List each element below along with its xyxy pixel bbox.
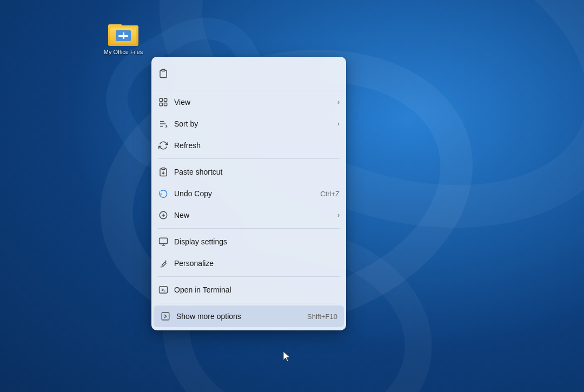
show-more-icon [160,311,171,322]
svg-rect-0 [162,69,165,71]
mouse-cursor [282,350,291,362]
menu-label-personalize: Personalize [174,259,340,268]
menu-label-display-settings: Display settings [174,237,340,246]
menu-label-sort-by: Sort by [174,119,332,128]
menu-item-open-terminal[interactable]: Open in Terminal [151,279,346,301]
menu-item-display-settings[interactable]: Display settings [151,231,346,253]
menu-label-new: New [174,211,332,220]
paste-shortcut-icon [158,167,169,177]
display-settings-icon [158,236,169,247]
svg-rect-8 [162,168,165,170]
undo-shortcut: Ctrl+Z [320,190,340,198]
personalize-icon [158,258,169,269]
menu-label-undo-copy: Undo Copy [174,189,315,198]
menu-item-show-more-options[interactable]: Show more options Shift+F10 [154,305,344,327]
undo-icon [158,188,169,199]
context-menu: View › Sort by › Refresh [151,57,346,330]
sort-icon [158,118,169,129]
menu-item-new[interactable]: New › [151,204,346,226]
new-arrow-icon: › [337,211,340,219]
svg-rect-3 [160,103,162,106]
menu-item-paste-shortcut[interactable]: Paste shortcut [151,161,346,183]
menu-item-sort-by[interactable]: Sort by › [151,113,346,135]
menu-label-paste-shortcut: Paste shortcut [174,168,340,176]
new-icon [158,210,169,221]
paste-icon [158,68,169,79]
divider-4 [158,303,340,303]
menu-label-open-terminal: Open in Terminal [174,285,340,294]
svg-rect-18 [162,313,169,320]
menu-item-undo-copy[interactable]: Undo Copy Ctrl+Z [151,183,346,204]
icon-label: My Office Files [104,48,143,56]
divider-3 [158,276,340,277]
menu-item-paste-icon[interactable] [151,60,346,90]
menu-label-view: View [174,98,332,107]
sort-arrow-icon: › [337,120,340,128]
terminal-icon [158,284,169,295]
divider-2 [158,228,340,229]
show-more-shortcut: Shift+F10 [307,313,337,321]
menu-item-refresh[interactable]: Refresh [151,135,346,156]
folder-icon [108,20,138,46]
svg-rect-13 [160,238,168,244]
menu-label-refresh: Refresh [174,141,340,150]
view-arrow-icon: › [337,98,340,106]
menu-item-view[interactable]: View › [151,91,346,113]
menu-label-show-more: Show more options [176,312,302,321]
svg-rect-1 [160,98,162,101]
desktop-icon-my-office-files[interactable]: My Office Files [102,20,145,56]
view-icon [158,97,169,108]
divider-1 [158,158,340,159]
menu-item-personalize[interactable]: Personalize [151,253,346,274]
svg-rect-2 [164,98,167,101]
refresh-icon [158,140,169,151]
svg-rect-4 [164,103,167,106]
